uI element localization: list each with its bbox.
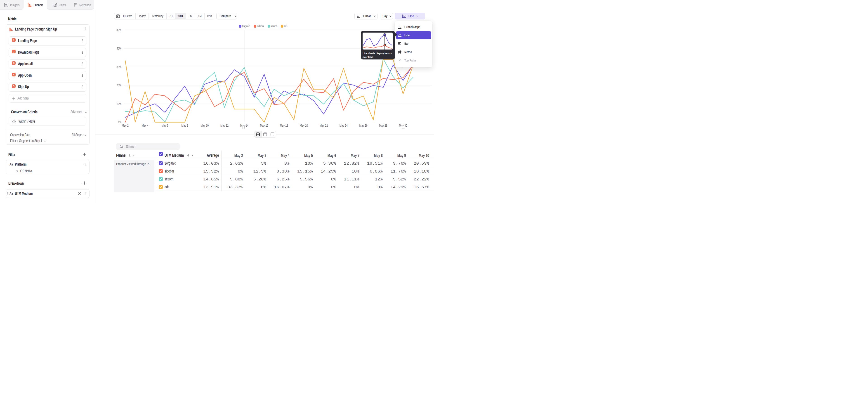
svg-text:50%: 50% — [116, 28, 121, 32]
svg-text:May 2: May 2 — [122, 123, 129, 127]
svg-text:30%: 30% — [116, 65, 121, 69]
svg-text:May 26: May 26 — [360, 123, 368, 127]
svg-text:May 12: May 12 — [220, 123, 228, 127]
svg-text:May 28: May 28 — [379, 123, 387, 127]
svg-text:40%: 40% — [116, 46, 121, 50]
svg-text:May 10: May 10 — [200, 123, 209, 127]
svg-text:May 8: May 8 — [181, 123, 188, 127]
svg-text:May 6: May 6 — [162, 123, 168, 127]
svg-text:10%: 10% — [116, 102, 121, 105]
svg-text:May 16: May 16 — [260, 123, 268, 127]
svg-text:0%: 0% — [118, 120, 121, 124]
svg-text:May 20: May 20 — [300, 123, 308, 127]
svg-text:May 22: May 22 — [320, 123, 328, 127]
svg-text:May 24: May 24 — [340, 123, 348, 127]
svg-text:May 4: May 4 — [142, 123, 149, 127]
svg-text:20%: 20% — [116, 83, 121, 87]
svg-text:May 18: May 18 — [280, 123, 288, 127]
